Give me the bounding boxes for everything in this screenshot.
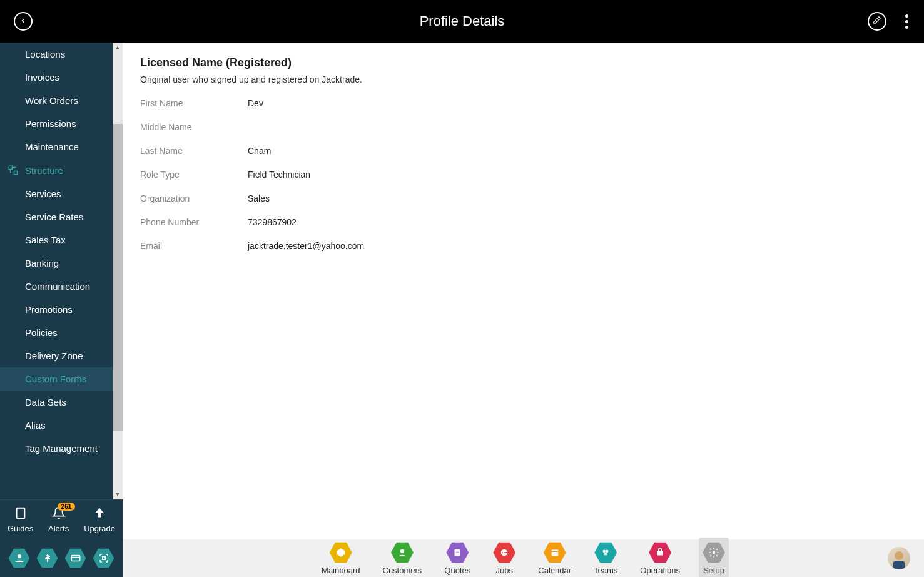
nav-quotes[interactable]: Quotes	[440, 538, 474, 577]
field-row: Role Type Field Technician	[140, 170, 906, 180]
quick-card-button[interactable]	[65, 548, 86, 569]
sidebar-item-locations[interactable]: Locations	[0, 43, 123, 66]
sidebar-scroll[interactable]: Locations Invoices Work Orders Permissio…	[0, 43, 123, 499]
nav-setup[interactable]: Setup	[699, 538, 729, 577]
bottom-left-tools	[0, 539, 123, 577]
operations-icon	[649, 541, 671, 564]
edit-button[interactable]	[868, 12, 886, 31]
svg-point-19	[604, 553, 607, 556]
scroll-thumb[interactable]	[113, 124, 123, 431]
svg-rect-6	[71, 556, 80, 561]
upgrade-label: Upgrade	[84, 524, 115, 533]
sidebar-item-label: Permissions	[25, 118, 76, 129]
sidebar-item-label: Maintenance	[25, 141, 79, 152]
svg-point-21	[713, 551, 716, 554]
nav-operations[interactable]: Operations	[636, 538, 684, 577]
field-label: Email	[140, 241, 248, 251]
more-button[interactable]	[900, 12, 913, 31]
customers-icon	[391, 541, 414, 564]
back-button[interactable]	[14, 12, 33, 31]
sidebar-item-alias[interactable]: Alias	[0, 414, 123, 437]
svg-rect-4	[16, 508, 24, 519]
sidebar-item-service-rates[interactable]: Service Rates	[0, 205, 123, 228]
quick-money-button[interactable]	[37, 548, 58, 569]
sidebar-item-delivery-zone[interactable]: Delivery Zone	[0, 344, 123, 367]
guides-button[interactable]: Guides	[8, 506, 33, 533]
avatar[interactable]	[888, 547, 910, 569]
structure-icon	[8, 165, 19, 176]
quick-user-button[interactable]	[9, 548, 30, 569]
field-row: First Name Dev	[140, 98, 906, 108]
nav-label: Teams	[594, 566, 617, 575]
field-label: Organization	[140, 193, 248, 203]
nav-label: Calendar	[538, 566, 571, 575]
field-label: Phone Number	[140, 217, 248, 227]
sidebar-item-banking[interactable]: Banking	[0, 252, 123, 275]
svg-point-14	[505, 552, 507, 553]
scroll-down-icon[interactable]: ▼	[113, 489, 123, 499]
svg-point-9	[400, 549, 404, 553]
field-value: jacktrade.tester1@yahoo.com	[248, 241, 364, 251]
sidebar: Locations Invoices Work Orders Permissio…	[0, 43, 123, 539]
sidebar-group-label: Structure	[25, 165, 63, 176]
scrollbar[interactable]: ▲ ▼	[113, 43, 123, 499]
sidebar-item-permissions[interactable]: Permissions	[0, 112, 123, 135]
upgrade-button[interactable]: Upgrade	[84, 506, 115, 533]
alerts-label: Alerts	[48, 524, 69, 533]
section-description: Original user who signed up and register…	[140, 74, 906, 84]
nav-label: Operations	[640, 566, 680, 575]
upgrade-icon	[93, 506, 106, 520]
sidebar-item-label: Locations	[25, 49, 65, 59]
field-row: Middle Name	[140, 122, 906, 132]
sidebar-item-label: Invoices	[25, 72, 59, 83]
sidebar-item-label: Services	[25, 188, 61, 199]
sidebar-item-work-orders[interactable]: Work Orders	[0, 89, 123, 112]
scroll-up-icon[interactable]: ▲	[113, 43, 123, 53]
nav-mainboard[interactable]: Mainboard	[318, 538, 363, 577]
nav-jobs[interactable]: Jobs	[489, 538, 519, 577]
guide-icon	[14, 506, 28, 520]
sidebar-item-label: Policies	[25, 327, 58, 338]
sidebar-item-invoices[interactable]: Invoices	[0, 66, 123, 89]
sidebar-item-label: Delivery Zone	[25, 350, 83, 361]
nav-customers[interactable]: Customers	[379, 538, 426, 577]
chevron-left-icon	[19, 16, 27, 27]
sidebar-item-policies[interactable]: Policies	[0, 321, 123, 344]
sidebar-item-communication[interactable]: Communication	[0, 275, 123, 298]
svg-rect-8	[102, 557, 105, 560]
quick-scan-button[interactable]	[93, 548, 114, 569]
svg-point-18	[606, 550, 609, 553]
app-header: Profile Details	[0, 0, 924, 43]
page-title: Profile Details	[420, 13, 505, 29]
calendar-icon	[544, 541, 566, 564]
field-label: Last Name	[140, 146, 248, 156]
field-row: Last Name Cham	[140, 146, 906, 156]
sidebar-item-tag-management[interactable]: Tag Management	[0, 437, 123, 460]
sidebar-item-maintenance[interactable]: Maintenance	[0, 135, 123, 158]
svg-point-22	[895, 551, 903, 560]
nav-teams[interactable]: Teams	[590, 538, 621, 577]
guides-label: Guides	[8, 524, 33, 533]
sidebar-item-custom-forms[interactable]: Custom Forms	[0, 367, 123, 391]
svg-rect-0	[9, 166, 12, 169]
sidebar-item-label: Promotions	[25, 304, 73, 315]
sidebar-item-promotions[interactable]: Promotions	[0, 298, 123, 321]
svg-point-13	[504, 552, 505, 553]
section-title: Licensed Name (Registered)	[140, 56, 906, 69]
sidebar-item-data-sets[interactable]: Data Sets	[0, 391, 123, 414]
svg-rect-23	[893, 561, 905, 569]
svg-rect-1	[14, 171, 18, 175]
field-row: Email jacktrade.tester1@yahoo.com	[140, 241, 906, 251]
pencil-icon	[873, 16, 881, 27]
sidebar-item-label: Data Sets	[25, 397, 66, 407]
field-row: Phone Number 7329867902	[140, 217, 906, 227]
sidebar-group-structure[interactable]: Structure	[0, 158, 123, 182]
nav-calendar[interactable]: Calendar	[534, 538, 575, 577]
sidebar-item-sales-tax[interactable]: Sales Tax	[0, 228, 123, 252]
sidebar-item-services[interactable]: Services	[0, 182, 123, 205]
sidebar-item-label: Tag Management	[25, 443, 98, 454]
main-content: Licensed Name (Registered) Original user…	[123, 43, 924, 539]
alerts-button[interactable]: 261 Alerts	[48, 506, 69, 533]
bottom-bar: Mainboard Customers Quotes Jobs Calendar…	[0, 539, 924, 577]
nav-label: Quotes	[444, 566, 470, 575]
